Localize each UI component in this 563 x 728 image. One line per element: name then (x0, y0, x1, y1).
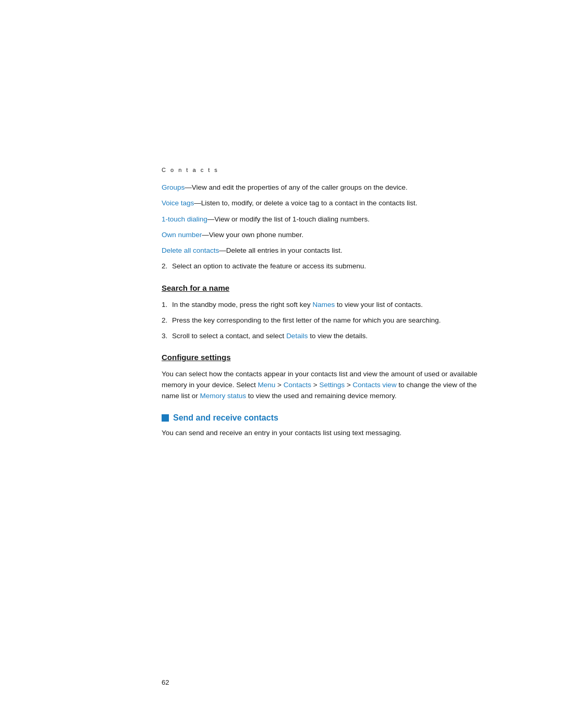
voicetags-text: —Listen to, modify, or delete a voice ta… (194, 199, 417, 207)
menu-link[interactable]: Menu (258, 381, 276, 389)
search-step3-body: Scroll to select a contact, and select D… (172, 331, 368, 341)
search-step1-body: In the standby mode, press the right sof… (172, 300, 423, 310)
send-body: You can send and receive an entry in you… (162, 428, 480, 439)
contacts-link[interactable]: Contacts (284, 381, 311, 389)
configure-gt2: > (311, 381, 319, 389)
groups-text: —View and edit the properties of any of … (185, 183, 408, 191)
details-link[interactable]: Details (286, 332, 308, 340)
search-step1-text-before: In the standby mode, press the right sof… (172, 301, 312, 309)
search-step2: 2. Press the key corresponding to the fi… (162, 315, 480, 326)
configure-body: You can select how the contacts appear i… (162, 369, 480, 402)
settings-link[interactable]: Settings (319, 381, 345, 389)
page-number: 62 (162, 678, 169, 686)
step2-text: Select an option to activate the feature… (172, 261, 366, 272)
configure-heading: Configure settings (162, 353, 480, 362)
names-link[interactable]: Names (312, 301, 335, 309)
search-step1-text-after: to view your list of contacts. (335, 301, 423, 309)
deleteall-link[interactable]: Delete all contacts (162, 246, 219, 254)
groups-link[interactable]: Groups (162, 183, 185, 191)
send-heading: Send and receive contacts (173, 413, 278, 423)
1touch-link[interactable]: 1-touch dialing (162, 215, 207, 223)
search-step3: 3. Scroll to select a contact, and selec… (162, 331, 480, 341)
deleteall-text: —Delete all entries in your contacts lis… (219, 246, 342, 254)
page: C o n t a c t s Groups—View and edit the… (0, 0, 563, 728)
bullet-item-voicetags: Voice tags—Listen to, modify, or delete … (162, 198, 480, 208)
search-step3-text-after: to view the details. (308, 332, 368, 340)
search-step1: 1. In the standby mode, press the right … (162, 300, 480, 310)
voicetags-link[interactable]: Voice tags (162, 199, 194, 207)
1touch-text: —View or modify the list of 1-touch dial… (207, 215, 370, 223)
send-heading-container: Send and receive contacts (162, 413, 480, 423)
search-step3-num: 3. (162, 331, 172, 341)
bullet-groups: Groups—View and edit the properties of a… (162, 182, 480, 256)
search-step2-text: Press the key corresponding to the first… (172, 315, 441, 326)
bullet-item-ownnumber: Own number—View your own phone number. (162, 230, 480, 240)
configure-gt1: > (275, 381, 283, 389)
content-area: C o n t a c t s Groups—View and edit the… (0, 0, 563, 439)
blue-square-icon (162, 414, 169, 422)
search-heading: Search for a name (162, 283, 480, 292)
bullet-item-1touch: 1-touch dialing—View or modify the list … (162, 214, 480, 225)
bullet-item-groups: Groups—View and edit the properties of a… (162, 182, 480, 193)
configure-body-3: to view the used and remaining device me… (246, 392, 397, 400)
memory-status-link[interactable]: Memory status (200, 392, 247, 400)
bullet-item-deleteall: Delete all contacts—Delete all entries i… (162, 245, 480, 256)
search-step3-text-before: Scroll to select a contact, and select (172, 332, 286, 340)
ownnumber-text: —View your own phone number. (202, 231, 303, 239)
step2-item: 2. Select an option to activate the feat… (162, 261, 480, 272)
search-step2-num: 2. (162, 315, 172, 326)
section-label: C o n t a c t s (162, 167, 480, 173)
search-step1-num: 1. (162, 300, 172, 310)
ownnumber-link[interactable]: Own number (162, 231, 202, 239)
configure-gt3: > (345, 381, 352, 389)
step2-num: 2. (162, 261, 172, 272)
contacts-view-link[interactable]: Contacts view (353, 381, 397, 389)
